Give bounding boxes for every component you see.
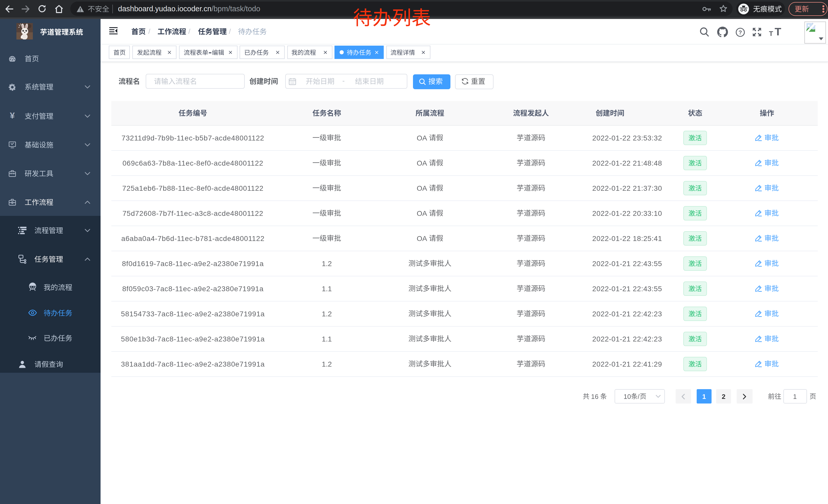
svg-text:?: ? <box>739 29 742 35</box>
